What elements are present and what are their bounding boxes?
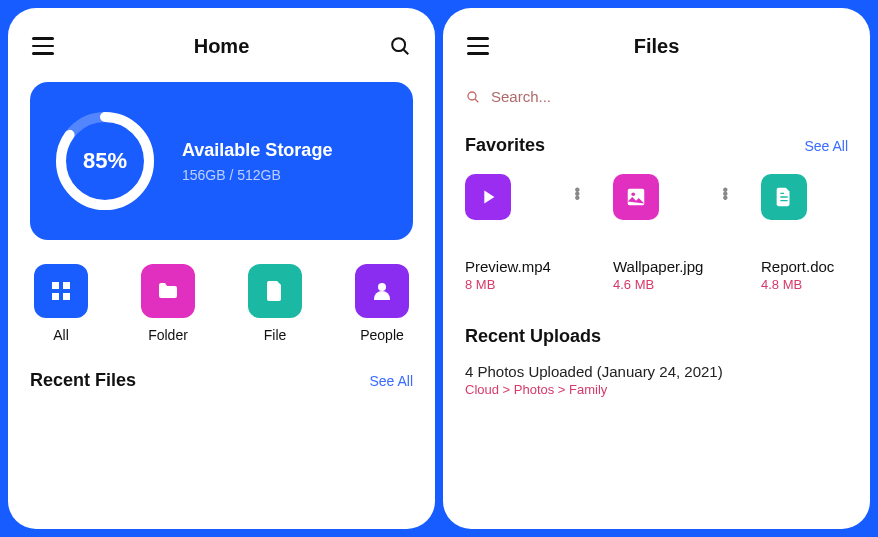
menu-icon[interactable]	[465, 33, 491, 59]
home-title: Home	[194, 35, 250, 58]
category-label: All	[53, 327, 69, 343]
storage-gauge: 85%	[50, 106, 160, 216]
person-icon	[355, 264, 409, 318]
files-topbar: Files	[465, 26, 848, 66]
search-input[interactable]	[491, 88, 848, 105]
doc-icon	[761, 174, 807, 220]
storage-percent: 85%	[50, 106, 160, 216]
home-topbar: Home	[30, 26, 413, 66]
favorite-size: 8 MB	[465, 277, 605, 292]
favorite-item-report[interactable]: Report.doc 4.8 MB	[761, 174, 848, 292]
svg-rect-7	[63, 293, 70, 300]
more-icon[interactable]: •••	[574, 188, 579, 200]
svg-point-8	[378, 283, 386, 291]
files-title: Files	[634, 35, 680, 58]
favorites-header: Favorites See All	[465, 135, 848, 156]
folder-icon	[141, 264, 195, 318]
svg-point-12	[631, 192, 635, 196]
favorite-name: Report.doc	[761, 258, 848, 275]
svg-line-10	[475, 99, 478, 102]
svg-rect-4	[52, 282, 59, 289]
search-bar[interactable]	[465, 88, 848, 105]
favorite-item-preview[interactable]: ••• Preview.mp4 8 MB	[465, 174, 605, 292]
image-icon	[613, 174, 659, 220]
category-label: Folder	[148, 327, 188, 343]
category-file[interactable]: File	[248, 264, 302, 344]
menu-icon[interactable]	[30, 33, 56, 59]
storage-info: Available Storage 156GB / 512GB	[182, 140, 332, 183]
file-icon	[248, 264, 302, 318]
files-screen: Files Favorites See All ••• Preview.mp4 …	[443, 8, 870, 529]
favorite-size: 4.8 MB	[761, 277, 848, 292]
category-people[interactable]: People	[355, 264, 409, 344]
upload-entry-path: Cloud > Photos > Family	[465, 382, 848, 397]
more-icon[interactable]: •••	[722, 188, 727, 200]
svg-rect-6	[52, 293, 59, 300]
favorite-item-wallpaper[interactable]: ••• Wallpaper.jpg 4.6 MB	[613, 174, 753, 292]
upload-entry[interactable]: 4 Photos Uploaded (January 24, 2021) Clo…	[465, 363, 848, 397]
svg-line-1	[404, 50, 409, 55]
svg-rect-5	[63, 282, 70, 289]
favorites-see-all[interactable]: See All	[804, 138, 848, 154]
category-row: All Folder File People	[30, 264, 413, 344]
recent-files-title: Recent Files	[30, 370, 136, 391]
grid-icon	[34, 264, 88, 318]
category-label: File	[264, 327, 287, 343]
svg-point-9	[468, 92, 476, 100]
category-all[interactable]: All	[34, 264, 88, 344]
search-icon	[465, 89, 481, 105]
category-folder[interactable]: Folder	[141, 264, 195, 344]
recent-files-see-all[interactable]: See All	[369, 373, 413, 389]
search-icon[interactable]	[387, 33, 413, 59]
storage-title: Available Storage	[182, 140, 332, 161]
home-screen: Home 85% Available Storage 156GB / 512GB…	[8, 8, 435, 529]
category-label: People	[360, 327, 404, 343]
favorite-name: Preview.mp4	[465, 258, 605, 275]
favorite-size: 4.6 MB	[613, 277, 753, 292]
recent-uploads-title: Recent Uploads	[465, 326, 848, 347]
storage-detail: 156GB / 512GB	[182, 167, 332, 183]
favorite-name: Wallpaper.jpg	[613, 258, 753, 275]
favorites-row: ••• Preview.mp4 8 MB ••• Wallpaper.jpg 4…	[465, 174, 848, 292]
favorites-title: Favorites	[465, 135, 545, 156]
svg-point-0	[392, 38, 405, 51]
recent-uploads-section: Recent Uploads 4 Photos Uploaded (Januar…	[465, 326, 848, 397]
upload-entry-title: 4 Photos Uploaded (January 24, 2021)	[465, 363, 848, 380]
storage-card[interactable]: 85% Available Storage 156GB / 512GB	[30, 82, 413, 240]
play-icon	[465, 174, 511, 220]
recent-files-header: Recent Files See All	[30, 370, 413, 391]
